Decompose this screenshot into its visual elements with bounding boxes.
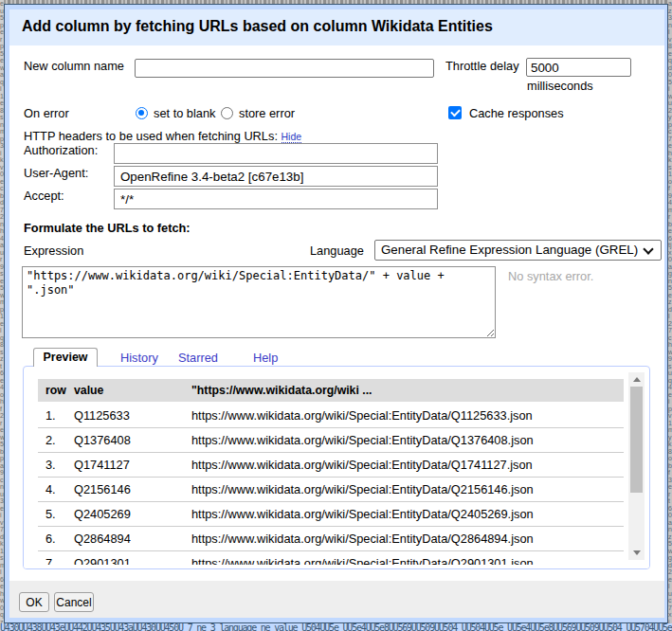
on-error-label: On error (24, 106, 69, 121)
row-value: Q2864894 (74, 527, 131, 550)
row-value: Q1376408 (74, 428, 131, 452)
expression-textarea[interactable]: "https://www.wikidata.org/wiki/Special:E… (22, 266, 496, 338)
throttle-unit-label: milliseconds (527, 79, 593, 94)
dialog-title: Add column by fetching URLs based on col… (22, 18, 493, 35)
tab-help[interactable]: Help (253, 351, 278, 366)
row-value: Q2405269 (74, 502, 131, 526)
language-select-value: General Refine Expression Language (GREL… (381, 243, 638, 257)
authorization-input[interactable] (114, 143, 438, 164)
row-num: 4. (45, 478, 56, 501)
language-label: Language (310, 243, 364, 259)
column-header-value: value (74, 383, 103, 398)
preview-scrollbar[interactable] (628, 372, 645, 560)
new-column-name-input[interactable] (135, 59, 434, 78)
tab-history[interactable]: History (120, 351, 158, 366)
row-url: https://www.wikidata.org/wiki/Special:En… (191, 404, 533, 427)
http-headers-label-text: HTTP headers to be used when fetching UR… (24, 129, 278, 143)
row-num: 2. (45, 428, 56, 452)
table-row: 1. Q1125633 https://www.wikidata.org/wik… (38, 404, 624, 428)
throttle-delay-input[interactable] (526, 58, 631, 77)
authorization-label: Authorization: (24, 143, 98, 158)
ok-button[interactable]: OK (19, 592, 49, 612)
language-select[interactable]: General Refine Expression Language (GREL… (374, 240, 662, 261)
table-row: 4. Q2156146 https://www.wikidata.org/wik… (38, 478, 624, 502)
row-value: Q1125633 (74, 404, 130, 427)
scrollbar-down-arrow-icon[interactable] (633, 550, 641, 555)
row-url: https://www.wikidata.org/wiki/Special:En… (191, 527, 534, 550)
cancel-button[interactable]: Cancel (54, 592, 94, 612)
tab-starred[interactable]: Starred (178, 351, 218, 366)
store-error-radio[interactable] (221, 107, 233, 119)
preview-table-header: row value "https://www.wikidata.org/wiki… (38, 379, 624, 402)
row-num: 3. (45, 453, 56, 477)
accept-label: Accept: (24, 189, 64, 204)
row-url: https://www.wikidata.org/wiki/Special:En… (191, 453, 533, 477)
table-row: 6. Q2864894 https://www.wikidata.org/wik… (38, 527, 624, 551)
syntax-status: No syntax error. (508, 269, 593, 284)
row-clip-cover (24, 565, 649, 569)
page-behind-right-edge: az3nlv8eqd05iwu2ypc7ehks1of94mrbe6tjx0ag… (668, 0, 672, 623)
user-agent-label: User-Agent: (24, 166, 88, 181)
row-url: https://www.wikidata.org/wiki/Special:En… (191, 502, 534, 526)
set-to-blank-label[interactable]: set to blank (154, 106, 215, 121)
row-value: Q1741127 (74, 453, 130, 477)
cache-responses-checkbox[interactable] (448, 106, 462, 119)
throttle-delay-label: Throttle delay (445, 59, 519, 74)
row-url: https://www.wikidata.org/wiki/Special:En… (191, 478, 534, 501)
formulate-urls-label: Formulate the URLs to fetch: (24, 221, 191, 236)
table-row: 2. Q1376408 https://www.wikidata.org/wik… (38, 428, 624, 453)
scrollbar-up-arrow-icon[interactable] (633, 377, 641, 382)
hide-headers-link[interactable]: Hide (282, 131, 302, 143)
preview-panel: row value "https://www.wikidata.org/wiki… (23, 366, 650, 569)
column-header-row: row (45, 383, 66, 398)
dialog-footer (9, 581, 664, 618)
user-agent-input[interactable] (114, 166, 438, 187)
accept-input[interactable] (114, 189, 438, 209)
table-row: 5. Q2405269 https://www.wikidata.org/wik… (38, 502, 624, 527)
row-num: 6. (45, 527, 56, 550)
row-num: 5. (45, 502, 56, 526)
page-behind-bottom-edge: U430UU438UU43eUU442UU435UU43aUU430UU450U… (0, 623, 672, 631)
table-row: 3. Q1741127 https://www.wikidata.org/wik… (38, 453, 624, 478)
expression-label: Expression (24, 243, 83, 259)
row-num: 1. (45, 404, 56, 427)
chevron-down-icon (643, 243, 653, 254)
http-headers-label: HTTP headers to be used when fetching UR… (24, 129, 301, 144)
store-error-label[interactable]: store error (239, 106, 295, 121)
column-header-url: "https://www.wikidata.org/wiki ... (191, 383, 372, 398)
new-column-name-label: New column name (24, 59, 124, 74)
scrollbar-thumb[interactable] (630, 387, 643, 493)
cache-responses-label[interactable]: Cache responses (469, 106, 564, 121)
row-value: Q2156146 (74, 478, 131, 501)
row-url: https://www.wikidata.org/wiki/Special:En… (191, 428, 534, 452)
tab-preview[interactable]: Preview (33, 348, 98, 367)
set-to-blank-radio[interactable] (136, 107, 148, 119)
